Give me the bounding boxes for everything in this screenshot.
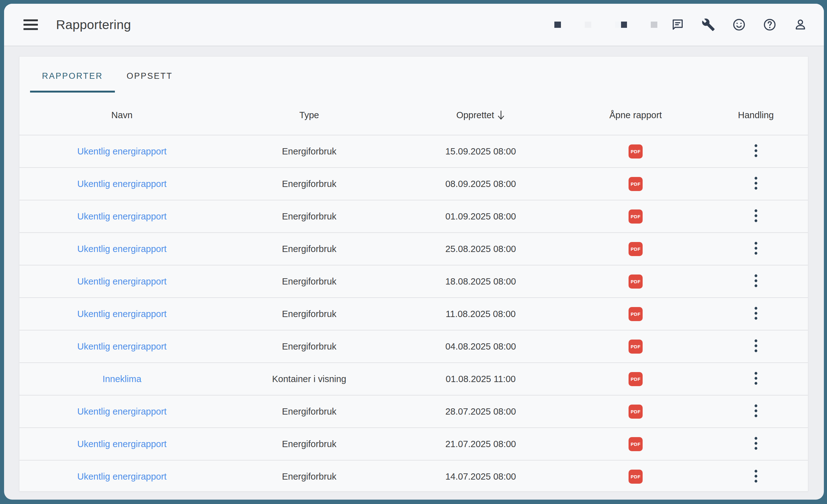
indicator-square-1[interactable] — [554, 21, 561, 28]
column-header-navn[interactable]: Navn — [19, 96, 225, 135]
report-name-link[interactable]: Ukentlig energirapport — [77, 341, 166, 351]
tab-bar: RAPPORTER OPPSETT — [19, 57, 808, 96]
smiley-icon[interactable] — [732, 17, 746, 32]
table-row: Ukentlig energirapport Energiforbruk 04.… — [19, 330, 808, 363]
table-row: Ukentlig energirapport Energiforbruk 11.… — [19, 298, 808, 330]
open-pdf-button[interactable]: PDF — [629, 210, 643, 224]
open-pdf-button[interactable]: PDF — [629, 340, 643, 354]
report-name-link[interactable]: Ukentlig energirapport — [77, 211, 166, 221]
topbar: Rapportering — [4, 4, 824, 46]
report-type: Energiforbruk — [225, 135, 394, 168]
row-actions-menu-button[interactable] — [748, 403, 764, 418]
row-actions-menu-button[interactable] — [748, 273, 764, 288]
report-name-link[interactable]: Ukentlig energirapport — [77, 439, 166, 449]
reports-table: Navn Type Opprettet — [19, 96, 808, 493]
row-actions-menu-button[interactable] — [748, 436, 764, 451]
report-type: Energiforbruk — [225, 200, 394, 233]
report-created: 14.07.2025 08:00 — [394, 460, 568, 493]
row-actions-menu-button[interactable] — [748, 469, 764, 484]
open-pdf-button[interactable]: PDF — [629, 307, 643, 321]
report-created: 18.08.2025 08:00 — [394, 265, 568, 298]
indicator-squares — [554, 21, 658, 28]
row-actions-menu-button[interactable] — [748, 306, 764, 321]
indicator-square-3[interactable] — [615, 21, 627, 28]
help-icon[interactable] — [763, 17, 777, 32]
report-type: Energiforbruk — [225, 168, 394, 200]
report-name-link[interactable]: Ukentlig energirapport — [77, 146, 166, 156]
report-type: Energiforbruk — [225, 428, 394, 460]
indicator-square-3b — [621, 21, 627, 28]
report-created: 08.09.2025 08:00 — [394, 168, 568, 200]
report-created: 01.09.2025 08:00 — [394, 200, 568, 233]
table-row: Inneklima Kontainer i visning 01.08.2025… — [19, 363, 808, 395]
table-row: Ukentlig energirapport Energiforbruk 08.… — [19, 168, 808, 200]
report-name-link[interactable]: Ukentlig energirapport — [77, 309, 166, 319]
open-pdf-button[interactable]: PDF — [629, 405, 643, 418]
row-actions-menu-button[interactable] — [748, 338, 764, 353]
table-row: Ukentlig energirapport Energiforbruk 15.… — [19, 135, 808, 168]
wrench-icon[interactable] — [701, 17, 716, 32]
report-name-link[interactable]: Ukentlig energirapport — [77, 406, 166, 416]
report-created: 15.09.2025 08:00 — [394, 135, 568, 168]
report-created: 11.08.2025 08:00 — [394, 298, 568, 330]
open-pdf-button[interactable]: PDF — [629, 145, 643, 159]
sort-desc-arrow-icon — [497, 110, 505, 120]
column-header-handling: Handling — [704, 96, 808, 135]
page-title: Rapportering — [56, 17, 131, 32]
table-row: Ukentlig energirapport Energiforbruk 25.… — [19, 233, 808, 265]
report-created: 01.08.2025 11:00 — [394, 363, 568, 395]
tab-rapporter[interactable]: RAPPORTER — [30, 57, 115, 96]
report-created: 28.07.2025 08:00 — [394, 395, 568, 428]
report-type: Energiforbruk — [225, 395, 394, 428]
message-icon[interactable] — [671, 17, 685, 32]
open-pdf-button[interactable]: PDF — [629, 177, 643, 191]
topbar-icons — [671, 17, 808, 32]
row-actions-menu-button[interactable] — [748, 176, 764, 191]
open-pdf-button[interactable]: PDF — [629, 469, 643, 484]
report-type: Energiforbruk — [225, 233, 394, 265]
table-row: Ukentlig energirapport Energiforbruk 28.… — [19, 395, 808, 428]
column-header-apne-rapport: Åpne rapport — [568, 96, 704, 135]
open-pdf-button[interactable]: PDF — [629, 242, 643, 256]
report-name-link[interactable]: Ukentlig energirapport — [77, 276, 166, 286]
tab-oppsett[interactable]: OPPSETT — [115, 57, 185, 96]
row-actions-menu-button[interactable] — [748, 208, 764, 223]
app-frame: Rapportering — [4, 4, 824, 500]
column-header-type[interactable]: Type — [225, 96, 394, 135]
report-type: Energiforbruk — [225, 298, 394, 330]
indicator-square-2[interactable] — [585, 21, 591, 28]
column-header-opprettet[interactable]: Opprettet — [394, 96, 568, 135]
report-created: 25.08.2025 08:00 — [394, 233, 568, 265]
row-actions-menu-button[interactable] — [748, 241, 764, 256]
report-name-link[interactable]: Ukentlig energirapport — [77, 471, 166, 482]
table-row: Ukentlig energirapport Energiforbruk 21.… — [19, 428, 808, 460]
table-row: Ukentlig energirapport Energiforbruk 18.… — [19, 265, 808, 298]
reports-card: RAPPORTER OPPSETT Navn Type Opprettet — [19, 56, 808, 492]
open-pdf-button[interactable]: PDF — [629, 372, 643, 386]
open-pdf-button[interactable]: PDF — [629, 275, 643, 289]
report-type: Energiforbruk — [225, 460, 394, 493]
indicator-square-3a — [615, 21, 621, 28]
report-created: 21.07.2025 08:00 — [394, 428, 568, 460]
open-pdf-button[interactable]: PDF — [629, 437, 643, 451]
report-name-link[interactable]: Ukentlig energirapport — [77, 179, 166, 189]
indicator-square-4[interactable] — [651, 21, 658, 28]
row-actions-menu-button[interactable] — [748, 143, 764, 158]
hamburger-menu-icon[interactable] — [23, 19, 38, 30]
report-type: Energiforbruk — [225, 265, 394, 298]
report-type: Kontainer i visning — [225, 363, 394, 395]
table-row: Ukentlig energirapport Energiforbruk 14.… — [19, 460, 808, 493]
report-type: Energiforbruk — [225, 330, 394, 363]
report-name-link[interactable]: Inneklima — [102, 374, 141, 384]
row-actions-menu-button[interactable] — [748, 371, 764, 386]
report-created: 04.08.2025 08:00 — [394, 330, 568, 363]
table-row: Ukentlig energirapport Energiforbruk 01.… — [19, 200, 808, 233]
report-name-link[interactable]: Ukentlig energirapport — [77, 244, 166, 254]
table-header-row: Navn Type Opprettet — [19, 96, 808, 135]
person-icon[interactable] — [793, 17, 808, 32]
